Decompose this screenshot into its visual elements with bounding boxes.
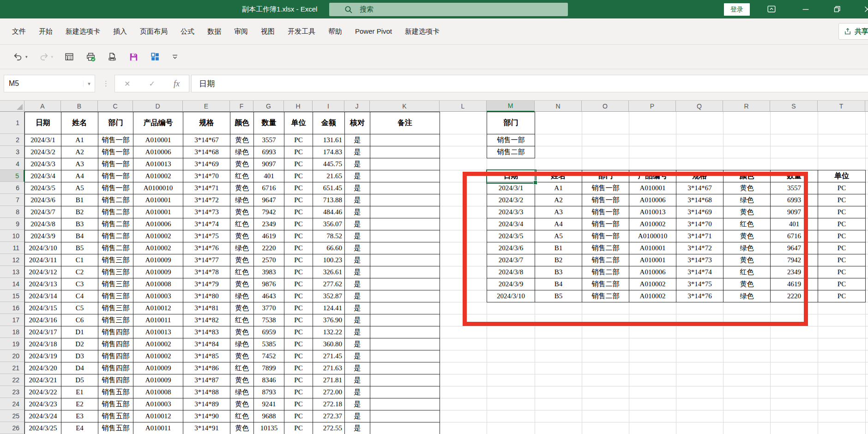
- cell[interactable]: 100.23: [313, 254, 345, 266]
- cell[interactable]: 销售四部: [98, 338, 133, 350]
- cell[interactable]: A010009: [133, 254, 183, 266]
- cell[interactable]: 黄色: [230, 206, 254, 218]
- cell[interactable]: A5: [61, 182, 98, 194]
- cell[interactable]: 是: [345, 182, 370, 194]
- cell[interactable]: 2024/3/24: [25, 410, 61, 422]
- cell[interactable]: 是: [345, 290, 370, 302]
- row-header-21[interactable]: 21: [0, 362, 24, 374]
- cell[interactable]: 21.65: [313, 170, 345, 182]
- cell[interactable]: 3*14*85: [183, 350, 230, 362]
- cell[interactable]: C5: [61, 302, 98, 314]
- restore-button[interactable]: [829, 4, 845, 15]
- cell[interactable]: A010013: [133, 158, 183, 170]
- cell[interactable]: 销售三部: [98, 266, 133, 278]
- cell[interactable]: 3*14*82: [183, 314, 230, 326]
- cell[interactable]: 绿色: [230, 194, 254, 206]
- cell[interactable]: 黄色: [230, 182, 254, 194]
- cell[interactable]: 销售五部: [98, 386, 133, 398]
- cell[interactable]: 销售二部: [98, 194, 133, 206]
- cell[interactable]: A010009: [133, 362, 183, 374]
- cell[interactable]: 8793: [254, 386, 284, 398]
- cell[interactable]: PC: [284, 218, 313, 230]
- cell[interactable]: 绿色: [230, 146, 254, 158]
- cell[interactable]: 红色: [230, 410, 254, 422]
- cell[interactable]: A010008: [133, 278, 183, 290]
- row-header-5[interactable]: 5: [0, 170, 24, 182]
- cell[interactable]: 2024/3/17: [25, 326, 61, 338]
- red-annotation-rectangle[interactable]: [463, 172, 808, 326]
- cell[interactable]: 销售二部: [98, 242, 133, 254]
- cell[interactable]: 2024/3/10: [25, 242, 61, 254]
- cell[interactable]: [370, 170, 440, 182]
- cell[interactable]: 销售二部: [98, 218, 133, 230]
- cell[interactable]: 9241: [254, 398, 284, 410]
- cell[interactable]: 3983: [254, 266, 284, 278]
- name-box-dropdown-icon[interactable]: ▾: [83, 81, 95, 87]
- cell[interactable]: 黄色: [230, 302, 254, 314]
- cell[interactable]: 5385: [254, 338, 284, 350]
- cell[interactable]: A010006: [133, 218, 183, 230]
- col-header-C[interactable]: C: [98, 101, 133, 112]
- cell[interactable]: 3*14*74: [183, 218, 230, 230]
- cell[interactable]: 销售二部: [487, 146, 535, 158]
- cell[interactable]: 黄色: [230, 350, 254, 362]
- cell[interactable]: 3*14*73: [183, 206, 230, 218]
- print-preview-button[interactable]: [107, 52, 117, 62]
- cell[interactable]: [370, 350, 440, 362]
- cell[interactable]: A010008: [133, 386, 183, 398]
- cell[interactable]: PC: [284, 410, 313, 422]
- cell[interactable]: 7452: [254, 350, 284, 362]
- cell[interactable]: PC: [284, 362, 313, 374]
- cell[interactable]: A010003: [133, 398, 183, 410]
- cell[interactable]: 376.90: [313, 314, 345, 326]
- cell[interactable]: D5: [61, 374, 98, 386]
- cell[interactable]: A010002: [133, 338, 183, 350]
- cell[interactable]: 3*14*71: [183, 182, 230, 194]
- cell[interactable]: A010001: [133, 134, 183, 146]
- cell[interactable]: 3770: [254, 302, 284, 314]
- col-header-K[interactable]: K: [370, 101, 440, 112]
- col-header-T[interactable]: T: [818, 101, 865, 112]
- cell[interactable]: 2024/3/16: [25, 314, 61, 326]
- cell[interactable]: 部门: [98, 112, 133, 134]
- cell[interactable]: 277.62: [313, 278, 345, 290]
- cell[interactable]: A3: [61, 158, 98, 170]
- cell[interactable]: 2024/3/13: [25, 278, 61, 290]
- cell[interactable]: 销售三部: [98, 254, 133, 266]
- undo-dropdown-icon[interactable]: ▾: [25, 54, 28, 59]
- cell[interactable]: [370, 242, 440, 254]
- tab-4-插入[interactable]: 插入: [107, 18, 133, 44]
- row-header-1[interactable]: 1: [0, 112, 24, 134]
- cell[interactable]: 销售一部: [98, 146, 133, 158]
- cell[interactable]: 356.07: [313, 218, 345, 230]
- tab-7-数据[interactable]: 数据: [201, 18, 228, 44]
- cell[interactable]: [370, 422, 440, 434]
- insert-function-button[interactable]: fx: [174, 79, 180, 89]
- cell[interactable]: 3*14*81: [183, 302, 230, 314]
- cell[interactable]: [370, 254, 440, 266]
- cell[interactable]: 颜色: [230, 112, 254, 134]
- row-header-18[interactable]: 18: [0, 326, 24, 338]
- cell[interactable]: 124.41: [313, 302, 345, 314]
- cell[interactable]: 黄色: [230, 326, 254, 338]
- cell[interactable]: 272.00: [313, 386, 345, 398]
- cell[interactable]: B3: [61, 218, 98, 230]
- cell[interactable]: 销售三部: [98, 278, 133, 290]
- cell[interactable]: 绿色: [230, 242, 254, 254]
- cell[interactable]: 销售四部: [98, 374, 133, 386]
- cell[interactable]: C2: [61, 266, 98, 278]
- cell[interactable]: [370, 362, 440, 374]
- cell[interactable]: 2024/3/7: [25, 206, 61, 218]
- cell[interactable]: 是: [345, 134, 370, 146]
- cell[interactable]: 黄色: [230, 398, 254, 410]
- cell[interactable]: [370, 386, 440, 398]
- cell[interactable]: PC: [284, 386, 313, 398]
- name-box[interactable]: M5 ▾: [4, 75, 95, 92]
- cell[interactable]: 651.45: [313, 182, 345, 194]
- cell[interactable]: PC: [284, 290, 313, 302]
- cell[interactable]: B2: [61, 206, 98, 218]
- cell[interactable]: 2024/3/21: [25, 374, 61, 386]
- cell[interactable]: PC: [818, 242, 866, 254]
- cell[interactable]: PC: [818, 230, 866, 242]
- cell[interactable]: PC: [818, 206, 866, 218]
